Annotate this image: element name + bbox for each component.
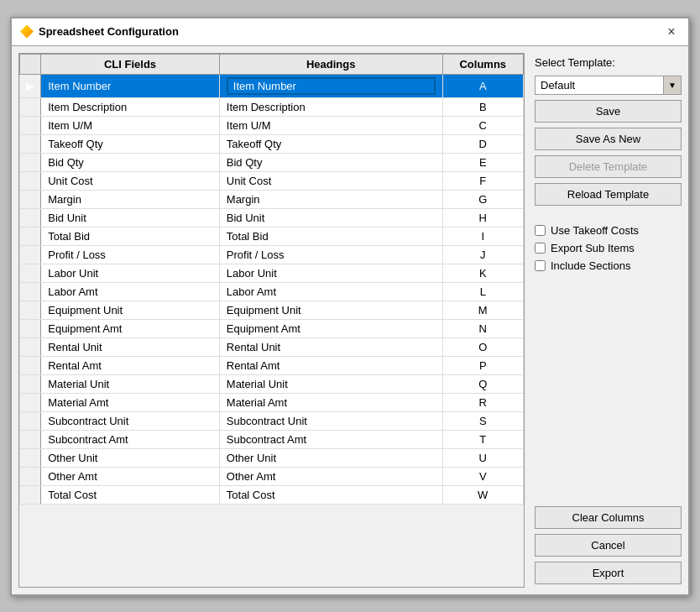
cli-field-cell: Other Unit bbox=[41, 448, 220, 467]
table-row[interactable]: Unit CostUnit CostF bbox=[20, 171, 524, 190]
spacer2 bbox=[535, 277, 682, 501]
cli-field-cell: Material Unit bbox=[41, 374, 220, 393]
title-bar-left: Spreadsheet Configuration bbox=[20, 25, 179, 39]
column-cell: T bbox=[442, 430, 524, 448]
column-cell: P bbox=[442, 356, 524, 374]
heading-cell[interactable]: Profit / Loss bbox=[219, 245, 442, 264]
row-indicator bbox=[20, 97, 41, 116]
config-table: CLI Fields Headings Columns ▶Item Number… bbox=[19, 54, 524, 505]
table-row[interactable]: Subcontract AmtSubcontract AmtT bbox=[20, 430, 524, 448]
table-row[interactable]: Bid UnitBid UnitH bbox=[20, 208, 524, 227]
heading-cell[interactable]: Material Unit bbox=[219, 374, 442, 393]
column-cell: J bbox=[442, 245, 524, 264]
save-as-new-button[interactable]: Save As New bbox=[535, 128, 682, 150]
heading-cell[interactable]: Rental Amt bbox=[219, 356, 442, 374]
table-row[interactable]: Labor AmtLabor AmtL bbox=[20, 282, 524, 301]
row-indicator bbox=[20, 485, 41, 504]
table-row[interactable]: Rental AmtRental AmtP bbox=[20, 356, 524, 374]
heading-cell[interactable]: Labor Unit bbox=[219, 264, 442, 282]
row-indicator bbox=[20, 448, 41, 467]
heading-cell[interactable]: Subcontract Unit bbox=[219, 411, 442, 430]
heading-cell[interactable]: Margin bbox=[219, 190, 442, 208]
table-row[interactable]: Rental UnitRental UnitO bbox=[20, 337, 524, 356]
export-button[interactable]: Export bbox=[535, 562, 682, 584]
cli-field-cell: Subcontract Amt bbox=[41, 430, 220, 448]
table-row[interactable]: Material AmtMaterial AmtR bbox=[20, 393, 524, 411]
table-scroll[interactable]: CLI Fields Headings Columns ▶Item Number… bbox=[19, 54, 524, 587]
column-cell: M bbox=[442, 301, 524, 319]
export-sub-items-checkbox[interactable] bbox=[535, 243, 546, 254]
heading-cell[interactable]: Bid Qty bbox=[219, 153, 442, 171]
table-row[interactable]: Total BidTotal BidI bbox=[20, 227, 524, 245]
table-row[interactable]: Equipment AmtEquipment AmtN bbox=[20, 319, 524, 337]
heading-cell[interactable]: Item U/M bbox=[219, 116, 442, 134]
table-row[interactable]: Bid QtyBid QtyE bbox=[20, 153, 524, 171]
template-dropdown[interactable]: Default bbox=[535, 76, 682, 95]
row-indicator bbox=[20, 264, 41, 282]
table-row[interactable]: Material UnitMaterial UnitQ bbox=[20, 374, 524, 393]
heading-cell[interactable]: Total Cost bbox=[219, 485, 442, 504]
table-row[interactable]: MarginMarginG bbox=[20, 190, 524, 208]
table-row[interactable]: Other UnitOther UnitU bbox=[20, 448, 524, 467]
column-cell: E bbox=[442, 153, 524, 171]
spreadsheet-config-window: Spreadsheet Configuration × CLI Fields H… bbox=[10, 17, 690, 596]
cli-field-cell: Bid Unit bbox=[41, 208, 220, 227]
use-takeoff-costs-checkbox[interactable] bbox=[535, 225, 546, 236]
table-row[interactable]: Equipment UnitEquipment UnitM bbox=[20, 301, 524, 319]
heading-cell[interactable]: Equipment Unit bbox=[219, 301, 442, 319]
table-row[interactable]: Item U/MItem U/MC bbox=[20, 116, 524, 134]
reload-template-button[interactable]: Reload Template bbox=[535, 183, 682, 206]
table-row[interactable]: Item DescriptionItem DescriptionB bbox=[20, 97, 524, 116]
heading-cell[interactable]: Item Number bbox=[219, 74, 442, 97]
row-indicator bbox=[20, 301, 41, 319]
cli-field-cell: Equipment Amt bbox=[41, 319, 220, 337]
table-row[interactable]: Profit / LossProfit / LossJ bbox=[20, 245, 524, 264]
main-content: CLI Fields Headings Columns ▶Item Number… bbox=[12, 46, 688, 594]
row-indicator bbox=[20, 467, 41, 485]
column-cell: U bbox=[442, 448, 524, 467]
delete-template-button[interactable]: Delete Template bbox=[535, 155, 682, 178]
row-indicator bbox=[20, 153, 41, 171]
heading-cell[interactable]: Subcontract Amt bbox=[219, 430, 442, 448]
table-row[interactable]: Takeoff QtyTakeoff QtyD bbox=[20, 134, 524, 153]
cli-field-cell: Margin bbox=[41, 190, 220, 208]
cli-field-cell: Material Amt bbox=[41, 393, 220, 411]
heading-cell[interactable]: Bid Unit bbox=[219, 208, 442, 227]
table-row[interactable]: ▶Item NumberItem NumberA bbox=[20, 74, 524, 97]
clear-columns-button[interactable]: Clear Columns bbox=[535, 506, 682, 529]
table-row[interactable]: Total CostTotal CostW bbox=[20, 485, 524, 504]
heading-cell[interactable]: Rental Unit bbox=[219, 337, 442, 356]
heading-cell[interactable]: Labor Amt bbox=[219, 282, 442, 301]
row-indicator bbox=[20, 374, 41, 393]
cli-field-cell: Other Amt bbox=[41, 467, 220, 485]
heading-cell[interactable]: Item Description bbox=[219, 97, 442, 116]
table-row[interactable]: Other AmtOther AmtV bbox=[20, 467, 524, 485]
heading-cell[interactable]: Material Amt bbox=[219, 393, 442, 411]
heading-cell[interactable]: Other Unit bbox=[219, 448, 442, 467]
bottom-buttons: Clear Columns Cancel Export bbox=[535, 506, 682, 584]
save-button[interactable]: Save bbox=[535, 100, 682, 123]
right-panel: Select Template: Default ▼ Save Save As … bbox=[535, 53, 682, 588]
column-cell: F bbox=[442, 171, 524, 190]
column-cell: Q bbox=[442, 374, 524, 393]
heading-cell[interactable]: Takeoff Qty bbox=[219, 134, 442, 153]
include-sections-checkbox[interactable] bbox=[535, 260, 546, 271]
heading-cell[interactable]: Other Amt bbox=[219, 467, 442, 485]
table-row[interactable]: Labor UnitLabor UnitK bbox=[20, 264, 524, 282]
heading-cell[interactable]: Unit Cost bbox=[219, 171, 442, 190]
use-takeoff-costs-row: Use Takeoff Costs bbox=[535, 224, 682, 237]
template-dropdown-wrapper[interactable]: Default ▼ bbox=[535, 76, 682, 95]
headings-header: Headings bbox=[219, 54, 442, 74]
columns-header: Columns bbox=[442, 54, 524, 74]
column-cell: I bbox=[442, 227, 524, 245]
close-button[interactable]: × bbox=[663, 24, 680, 40]
heading-cell[interactable]: Equipment Amt bbox=[219, 319, 442, 337]
column-cell: B bbox=[442, 97, 524, 116]
row-indicator bbox=[20, 245, 41, 264]
table-row[interactable]: Subcontract UnitSubcontract UnitS bbox=[20, 411, 524, 430]
cancel-button[interactable]: Cancel bbox=[535, 534, 682, 557]
heading-cell[interactable]: Total Bid bbox=[219, 227, 442, 245]
export-sub-items-row: Export Sub Items bbox=[535, 242, 682, 254]
include-sections-label: Include Sections bbox=[551, 259, 630, 272]
cli-field-cell: Labor Amt bbox=[41, 282, 220, 301]
